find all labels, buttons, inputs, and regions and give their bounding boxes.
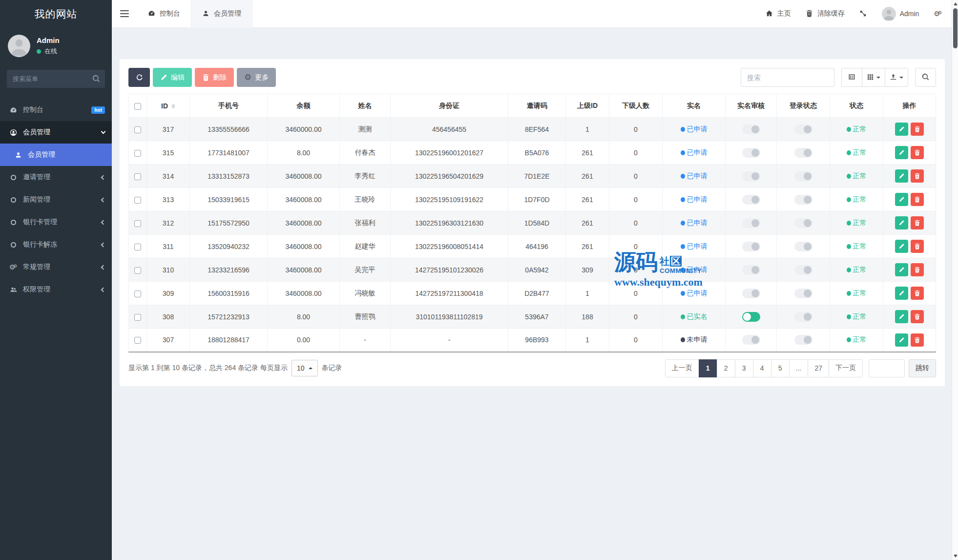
- audit-toggle[interactable]: [742, 171, 760, 181]
- sidebar-item-bankcards[interactable]: 银行卡管理: [0, 211, 112, 233]
- sidebar-item-console[interactable]: 控制台hot: [0, 99, 112, 121]
- column-header-invite[interactable]: 邀请码: [508, 94, 566, 118]
- column-header-status[interactable]: 状态: [830, 94, 883, 118]
- row-edit-button[interactable]: [895, 263, 908, 276]
- audit-toggle[interactable]: [742, 242, 760, 251]
- scroll-down-icon[interactable]: [954, 555, 958, 558]
- row-checkbox[interactable]: [134, 290, 141, 297]
- audit-toggle[interactable]: [742, 335, 760, 345]
- login-toggle[interactable]: [794, 335, 812, 345]
- select-all-checkbox[interactable]: [134, 103, 141, 110]
- sidebar-item-members[interactable]: 会员管理: [0, 144, 112, 166]
- row-edit-button[interactable]: [895, 169, 908, 183]
- jump-page-input[interactable]: [869, 359, 905, 377]
- refresh-button[interactable]: [128, 68, 150, 87]
- menu-toggle-icon[interactable]: [112, 0, 137, 28]
- row-delete-button[interactable]: [911, 310, 924, 323]
- audit-toggle[interactable]: [742, 265, 760, 275]
- page-button-1[interactable]: 1: [699, 359, 717, 377]
- row-checkbox[interactable]: [134, 267, 141, 274]
- row-delete-button[interactable]: [911, 216, 924, 229]
- row-delete-button[interactable]: [911, 169, 924, 183]
- sidebar-item-members-parent[interactable]: 会员管理: [0, 121, 112, 144]
- audit-toggle[interactable]: [742, 195, 760, 205]
- fullscreen-button[interactable]: [859, 10, 867, 18]
- page-button-4[interactable]: 4: [753, 359, 771, 377]
- page-button-3[interactable]: 3: [735, 359, 753, 377]
- row-edit-button[interactable]: [895, 240, 908, 253]
- row-edit-button[interactable]: [895, 146, 908, 159]
- column-header-id[interactable]: ID: [147, 94, 190, 118]
- table-search-input[interactable]: [741, 68, 834, 87]
- sidebar-item-news[interactable]: 新闻管理: [0, 188, 112, 211]
- clear-cache-link[interactable]: 清除缓存: [806, 9, 845, 18]
- row-checkbox[interactable]: [134, 126, 141, 133]
- login-toggle[interactable]: [794, 242, 812, 251]
- settings-button[interactable]: ⚙⚙: [934, 10, 942, 18]
- vertical-scrollbar[interactable]: [952, 0, 958, 560]
- row-edit-button[interactable]: [895, 287, 908, 300]
- page-button-2[interactable]: 2: [717, 359, 735, 377]
- sidebar-search-input[interactable]: [7, 70, 105, 88]
- sidebar-item-invites[interactable]: 邀请管理: [0, 166, 112, 188]
- sidebar-item-permissions[interactable]: 权限管理: [0, 278, 112, 301]
- row-delete-button[interactable]: [911, 240, 924, 253]
- login-toggle[interactable]: [794, 265, 812, 275]
- more-button[interactable]: ⚙ 更多: [237, 68, 276, 87]
- row-edit-button[interactable]: [895, 123, 908, 136]
- advanced-search-button[interactable]: [915, 68, 936, 87]
- column-header-name[interactable]: 姓名: [340, 94, 391, 118]
- column-header-actions[interactable]: 操作: [883, 94, 936, 118]
- jump-button[interactable]: 跳转: [909, 359, 936, 377]
- scroll-up-icon[interactable]: [954, 2, 958, 5]
- row-delete-button[interactable]: [911, 123, 924, 136]
- row-delete-button[interactable]: [911, 263, 924, 276]
- row-edit-button[interactable]: [895, 333, 908, 347]
- row-checkbox[interactable]: [134, 337, 141, 344]
- scrollbar-thumb[interactable]: [953, 8, 958, 48]
- audit-toggle[interactable]: [742, 148, 760, 158]
- prev-page-button[interactable]: 上一页: [665, 359, 699, 377]
- page-button-5[interactable]: 5: [771, 359, 790, 377]
- edit-button[interactable]: 编辑: [153, 68, 192, 87]
- card-view-button[interactable]: [841, 68, 862, 87]
- sidebar-item-bankcard-unfreeze[interactable]: 银行卡解冻: [0, 233, 112, 256]
- column-header-balance[interactable]: 余额: [268, 94, 340, 118]
- audit-toggle[interactable]: [742, 312, 760, 322]
- column-header-idcard[interactable]: 身份证: [391, 94, 508, 118]
- export-button[interactable]: [885, 68, 908, 87]
- login-toggle[interactable]: [794, 124, 812, 134]
- audit-toggle[interactable]: [742, 218, 760, 228]
- row-edit-button[interactable]: [895, 216, 908, 229]
- login-toggle[interactable]: [794, 312, 812, 322]
- tab-members[interactable]: 会员管理: [191, 0, 252, 28]
- login-toggle[interactable]: [794, 195, 812, 205]
- tab-console[interactable]: 控制台: [137, 0, 191, 28]
- column-header-parent_id[interactable]: 上级ID: [566, 94, 609, 118]
- column-header-sub_count[interactable]: 下级人数: [609, 94, 663, 118]
- login-toggle[interactable]: [794, 289, 812, 298]
- page-button-27[interactable]: 27: [808, 359, 829, 377]
- row-delete-button[interactable]: [911, 146, 924, 159]
- column-header-audit[interactable]: 实名审核: [726, 94, 777, 118]
- delete-button[interactable]: 删除: [195, 68, 234, 87]
- column-header-login[interactable]: 登录状态: [777, 94, 830, 118]
- row-checkbox[interactable]: [134, 220, 141, 227]
- sort-icon[interactable]: [171, 104, 175, 108]
- column-header-realname[interactable]: 实名: [663, 94, 726, 118]
- user-menu[interactable]: Admin: [882, 7, 919, 21]
- row-checkbox[interactable]: [134, 314, 141, 321]
- audit-toggle[interactable]: [742, 289, 760, 298]
- row-edit-button[interactable]: [895, 310, 908, 323]
- row-checkbox[interactable]: [134, 244, 141, 250]
- audit-toggle[interactable]: [742, 124, 760, 134]
- sidebar-item-general[interactable]: ⚙⚙常规管理: [0, 256, 112, 278]
- row-checkbox[interactable]: [134, 150, 141, 157]
- login-toggle[interactable]: [794, 218, 812, 228]
- login-toggle[interactable]: [794, 171, 812, 181]
- row-edit-button[interactable]: [895, 193, 908, 206]
- row-delete-button[interactable]: [911, 287, 924, 300]
- page-size-select[interactable]: 10: [292, 360, 318, 376]
- row-checkbox[interactable]: [134, 197, 141, 204]
- row-delete-button[interactable]: [911, 333, 924, 347]
